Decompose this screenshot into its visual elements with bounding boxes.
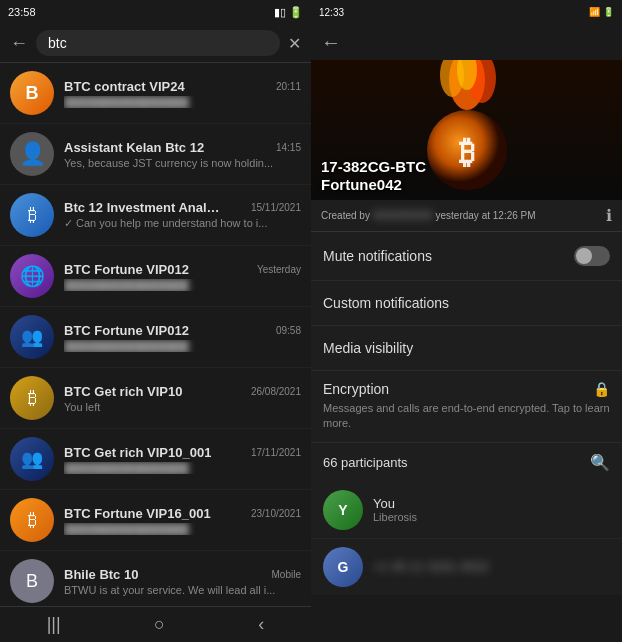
- participant-avatar-2: G: [323, 547, 363, 587]
- svg-text:₿: ₿: [459, 134, 475, 170]
- back-button-left[interactable]: ←: [10, 33, 28, 54]
- chat-item-8[interactable]: ₿ BTC Fortune VIP16_001 23/10/2021 █████…: [0, 490, 311, 551]
- avatar-4: 🌐: [10, 254, 54, 298]
- battery-icon-left: ▮▯ 🔋: [274, 6, 303, 19]
- created-by: Created by XXXXXXXXX yesterday at 12:26 …: [321, 210, 606, 221]
- settings-list: Mute notifications Custom notifications …: [311, 232, 622, 443]
- chat-header-3: Btc 12 Investment Analyst 15/11/2021: [64, 200, 301, 215]
- chat-header-7: BTC Get rich VIP10_001 17/11/2021: [64, 445, 301, 460]
- search-close-icon[interactable]: ✕: [288, 34, 301, 53]
- info-icon[interactable]: ℹ: [606, 206, 612, 225]
- media-visibility-label: Media visibility: [323, 340, 610, 356]
- chat-name-4: BTC Fortune VIP012: [64, 262, 189, 277]
- chat-item-5[interactable]: 👥 BTC Fortune VIP012 09:58 █████████████…: [0, 307, 311, 368]
- chat-info-4: BTC Fortune VIP012 Yesterday ███████████…: [64, 262, 301, 291]
- right-header: ←: [311, 24, 622, 60]
- chat-preview-7: ████████████████: [64, 462, 301, 474]
- chat-name-3: Btc 12 Investment Analyst: [64, 200, 224, 215]
- participant-info-2: +1 40 11 3161 4022: [373, 559, 610, 574]
- group-name-overlay: 17-382CG-BTCFortune042: [321, 158, 426, 194]
- chat-name-7: BTC Get rich VIP10_001: [64, 445, 211, 460]
- group-meta: Created by XXXXXXXXX yesterday at 12:26 …: [311, 200, 622, 232]
- nav-menu-icon[interactable]: |||: [47, 614, 61, 635]
- mute-notifications-label: Mute notifications: [323, 248, 574, 264]
- encryption-title: Encryption 🔒: [323, 381, 610, 397]
- chat-time-4: Yesterday: [257, 264, 301, 275]
- chat-list: B BTC contract VIP24 20:11 █████████████…: [0, 63, 311, 606]
- avatar-1: B: [10, 71, 54, 115]
- back-button-right[interactable]: ←: [321, 31, 341, 54]
- chat-item-9[interactable]: B Bhile Btc 10 Mobile BTWU is at your se…: [0, 551, 311, 606]
- chat-header-8: BTC Fortune VIP16_001 23/10/2021: [64, 506, 301, 521]
- participant-name-you: You: [373, 496, 610, 511]
- participant-avatar-you: Y: [323, 490, 363, 530]
- chat-item-2[interactable]: 👤 Assistant Kelan Btc 12 14:15 Yes, beca…: [0, 124, 311, 185]
- chat-header-4: BTC Fortune VIP012 Yesterday: [64, 262, 301, 277]
- mute-toggle[interactable]: [574, 246, 610, 266]
- encryption-desc: Messages and calls are end-to-end encryp…: [323, 401, 610, 432]
- chat-time-6: 26/08/2021: [251, 386, 301, 397]
- chat-preview-1: ████████████████: [64, 96, 301, 108]
- chat-item-1[interactable]: B BTC contract VIP24 20:11 █████████████…: [0, 63, 311, 124]
- status-icons-left: ▮▯ 🔋: [274, 6, 303, 19]
- chat-name-5: BTC Fortune VIP012: [64, 323, 189, 338]
- chat-time-3: 15/11/2021: [251, 202, 301, 213]
- chat-preview-9: BTWU is at your service. We will lead al…: [64, 584, 301, 596]
- avatar-2: 👤: [10, 132, 54, 176]
- avatar-8: ₿: [10, 498, 54, 542]
- chat-preview-8: ████████████████: [64, 523, 301, 535]
- participant-name-2: +1 40 11 3161 4022: [373, 559, 610, 574]
- chat-time-7: 17/11/2021: [251, 447, 301, 458]
- chat-header-5: BTC Fortune VIP012 09:58: [64, 323, 301, 338]
- chat-name-1: BTC contract VIP24: [64, 79, 185, 94]
- nav-home-icon[interactable]: ○: [154, 614, 165, 635]
- custom-notifications-item[interactable]: Custom notifications: [311, 281, 622, 326]
- time-right: 12:33: [319, 7, 344, 18]
- chat-preview-3: ✓ Can you help me understand how to i...: [64, 217, 301, 230]
- chat-info-2: Assistant Kelan Btc 12 14:15 Yes, becaus…: [64, 140, 301, 169]
- chat-item-6[interactable]: ₿ BTC Get rich VIP10 26/08/2021 You left: [0, 368, 311, 429]
- chat-item-7[interactable]: 👥 BTC Get rich VIP10_001 17/11/2021 ████…: [0, 429, 311, 490]
- search-bar: ← ✕: [0, 24, 311, 63]
- chat-name-2: Assistant Kelan Btc 12: [64, 140, 204, 155]
- nav-back-icon[interactable]: ‹: [258, 614, 264, 635]
- chat-name-8: BTC Fortune VIP16_001: [64, 506, 211, 521]
- participant-item-you[interactable]: Y You Liberosis: [311, 482, 622, 539]
- participant-item-2[interactable]: G +1 40 11 3161 4022: [311, 539, 622, 595]
- chat-header-9: Bhile Btc 10 Mobile: [64, 567, 301, 582]
- group-banner: ₿ 17-382CG-BTCFortune042: [311, 60, 622, 200]
- chat-name-9: Bhile Btc 10: [64, 567, 138, 582]
- avatar-3: ₿: [10, 193, 54, 237]
- status-bar-left: 23:58 ▮▯ 🔋: [0, 0, 311, 24]
- group-name: 17-382CG-BTCFortune042: [321, 158, 426, 194]
- mute-notifications-item[interactable]: Mute notifications: [311, 232, 622, 281]
- encryption-section[interactable]: Encryption 🔒 Messages and calls are end-…: [311, 371, 622, 443]
- chat-preview-5: ████████████████: [64, 340, 301, 352]
- chat-info-8: BTC Fortune VIP16_001 23/10/2021 ███████…: [64, 506, 301, 535]
- chat-time-9: Mobile: [272, 569, 301, 580]
- chat-header-6: BTC Get rich VIP10 26/08/2021: [64, 384, 301, 399]
- chat-item-3[interactable]: ₿ Btc 12 Investment Analyst 15/11/2021 ✓…: [0, 185, 311, 246]
- search-icon-right[interactable]: 🔍: [590, 453, 610, 472]
- chat-info-5: BTC Fortune VIP012 09:58 ███████████████…: [64, 323, 301, 352]
- avatar-9: B: [10, 559, 54, 603]
- search-input[interactable]: [48, 35, 268, 51]
- chat-time-8: 23/10/2021: [251, 508, 301, 519]
- chat-preview-6: You left: [64, 401, 301, 413]
- avatar-5: 👥: [10, 315, 54, 359]
- chat-info-1: BTC contract VIP24 20:11 ███████████████…: [64, 79, 301, 108]
- participant-info-you: You Liberosis: [373, 496, 610, 523]
- chat-time-5: 09:58: [276, 325, 301, 336]
- left-panel: 23:58 ▮▯ 🔋 ← ✕ B BTC contract VIP24 20:1…: [0, 0, 311, 642]
- chat-name-6: BTC Get rich VIP10: [64, 384, 182, 399]
- chat-item-4[interactable]: 🌐 BTC Fortune VIP012 Yesterday █████████…: [0, 246, 311, 307]
- lock-icon: 🔒: [593, 381, 610, 397]
- search-input-container[interactable]: [36, 30, 280, 56]
- chat-info-3: Btc 12 Investment Analyst 15/11/2021 ✓ C…: [64, 200, 301, 230]
- chat-time-2: 14:15: [276, 142, 301, 153]
- status-icons-right: 📶 🔋: [589, 7, 614, 17]
- participants-count: 66 participants: [323, 455, 590, 470]
- time-left: 23:58: [8, 6, 36, 18]
- media-visibility-item[interactable]: Media visibility: [311, 326, 622, 371]
- chat-info-9: Bhile Btc 10 Mobile BTWU is at your serv…: [64, 567, 301, 596]
